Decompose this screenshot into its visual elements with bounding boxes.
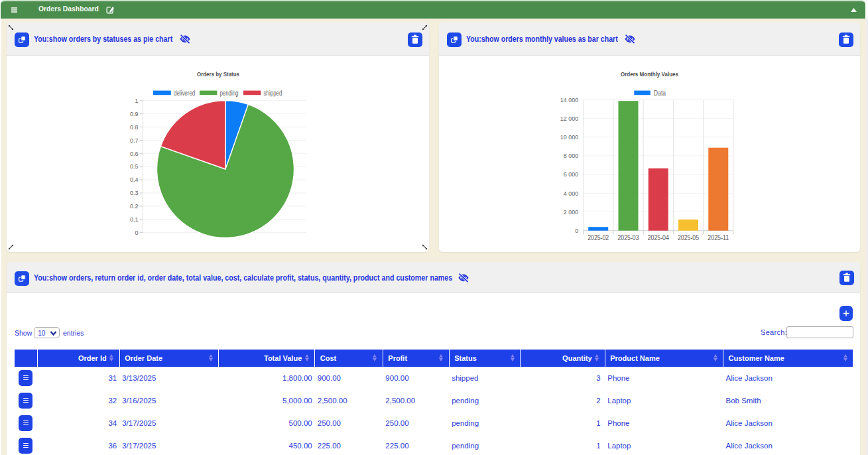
svg-text:6 000: 6 000 <box>564 171 579 178</box>
svg-text:0.4: 0.4 <box>130 176 139 183</box>
svg-text:14 000: 14 000 <box>560 97 579 103</box>
svg-text:shipped: shipped <box>264 90 282 97</box>
svg-text:0: 0 <box>575 228 578 234</box>
svg-text:0.9: 0.9 <box>130 111 139 117</box>
svg-text:12 000: 12 000 <box>560 115 579 122</box>
svg-text:Orders Monthly Values: Orders Monthly Values <box>621 70 678 78</box>
svg-text:0.2: 0.2 <box>130 203 139 210</box>
svg-text:pending: pending <box>219 90 238 97</box>
svg-text:1: 1 <box>135 98 138 104</box>
svg-text:10 000: 10 000 <box>560 134 579 141</box>
svg-text:0.6: 0.6 <box>130 151 139 157</box>
svg-text:2025-04: 2025-04 <box>648 234 669 241</box>
svg-text:Data: Data <box>654 90 666 97</box>
svg-text:delivered: delivered <box>174 90 195 97</box>
svg-text:2 000: 2 000 <box>564 209 579 216</box>
svg-text:2025-02: 2025-02 <box>588 234 609 241</box>
svg-text:0.5: 0.5 <box>130 163 139 170</box>
svg-text:2025-03: 2025-03 <box>617 234 639 241</box>
svg-text:4 000: 4 000 <box>564 190 579 197</box>
svg-text:0.3: 0.3 <box>130 190 139 196</box>
svg-text:0.8: 0.8 <box>130 124 139 131</box>
svg-text:0.7: 0.7 <box>130 137 139 144</box>
svg-text:2025-05: 2025-05 <box>678 234 699 241</box>
svg-text:Orders by Status: Orders by Status <box>197 70 239 78</box>
svg-text:0.1: 0.1 <box>130 216 139 223</box>
svg-text:2025-11: 2025-11 <box>708 234 729 241</box>
svg-text:8 000: 8 000 <box>564 153 579 159</box>
svg-text:0: 0 <box>135 229 138 236</box>
